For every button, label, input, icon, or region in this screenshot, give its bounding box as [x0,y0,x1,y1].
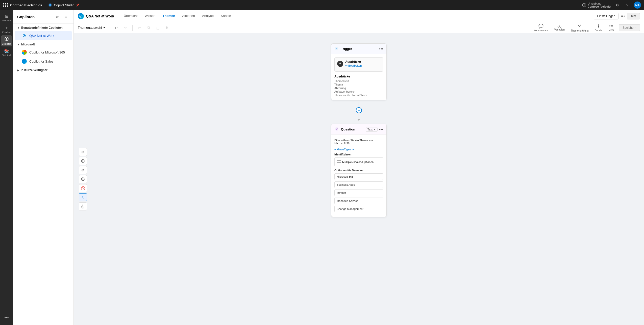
paste-button[interactable]: ⬚ [154,24,161,31]
svg-rect-4 [5,5,6,6]
zoom-out-btn[interactable]: ⊖ [79,166,87,174]
option-item-0[interactable]: Microsoft 365 [334,173,383,180]
details-label: Details [595,29,603,32]
arrow-down-icon: ▼ [357,118,360,122]
ausdruck-item-1: Thema [334,83,383,86]
copy-button[interactable]: ⧉ [145,24,152,31]
option-item-4[interactable]: Change Management [334,206,383,212]
sidebar-title: Copiloten [17,15,35,19]
variablen-btn[interactable]: {x} Variablen [553,24,566,32]
kommentare-label: Kommentare [534,29,548,32]
add-node-button[interactable]: + [356,107,362,113]
themenpruefung-btn[interactable]: Themenprüfung [569,23,590,33]
library-icon: 📚 [4,49,9,53]
svg-rect-0 [3,3,4,4]
svg-point-25 [335,127,338,131]
trigger-menu-icon[interactable]: ••• [379,47,383,51]
env-name: Contoso (default) [588,5,611,8]
more-icon: ••• [5,315,9,320]
user-avatar[interactable]: MA [634,2,641,9]
undo-button[interactable]: ↩ [113,24,120,31]
environment-info: Umgebung Contoso (default) [582,2,611,8]
hinzufuegen-btn[interactable]: + Hinzufügen ▼ [334,148,383,151]
rail-item-more[interactable]: ••• [1,312,12,323]
sidebar-section-benutzerdefinierte[interactable]: ▼ Benutzerdefinierte Copiloten [13,23,73,31]
section-label: Themenauswahl ▼ [78,26,105,30]
tab-themen[interactable]: Themen [159,10,179,22]
themenpruefung-label: Themenprüfung [571,29,589,32]
svg-rect-3 [3,5,4,6]
cut-button[interactable]: ✂ [136,24,143,31]
mc-label: Multiple-Choice-Optionen [342,160,374,164]
fit-btn[interactable] [79,175,87,183]
trigger-card-header: Trigger ••• [331,44,386,54]
zoom-in-btn[interactable]: ⊕ [79,148,87,156]
main-layout: ⊞ Startseite ＋ Erstellen Copiloten 📚 Bib… [0,10,644,325]
bearbeiten-label: Bearbeiten [348,64,362,67]
rail-item-copiloten[interactable]: Copiloten [1,35,12,46]
sidebar-header-actions: ⊕ ≡ [54,13,69,20]
bot-name: Q&A Net at Work [86,14,114,18]
copiloten-icon [4,37,9,42]
subnav-tabs: Übersicht Wissen Themen Aktionen Analyse… [120,10,594,22]
delete-button[interactable]: 🗑 [163,24,170,31]
option-item-1[interactable]: Business Apps [334,181,383,188]
tab-wissen[interactable]: Wissen [141,10,159,22]
einstellungen-button[interactable]: Einstellungen [594,13,618,19]
sidebar-item-sales[interactable]: Copilot for Sales [15,57,72,66]
sidebar-action-btn2[interactable]: ≡ [62,13,69,20]
comment-icon: 💬 [538,24,543,29]
toolbar-divider-1 [109,25,109,31]
m365-icon [22,50,27,55]
rail-label-bibliothek: Bibliothek [2,54,11,57]
speichern-button[interactable]: Speichern [619,24,640,31]
sidebar-item-label-sales: Copilot for Sales [29,60,53,63]
svg-point-19 [82,160,83,161]
identifizieren-box[interactable]: Multiple-Choice-Optionen › [334,157,383,166]
option-item-2[interactable]: Intranet [334,189,383,196]
waffle-icon[interactable] [3,3,8,8]
rail-item-erstellen[interactable]: ＋ Erstellen [1,24,12,35]
qna-icon [22,33,27,38]
rail-label-copiloten: Copiloten [2,43,11,45]
top-navigation: Contoso Electronics Copilot Studio 📌 Umg… [0,0,644,10]
tab-aktionen[interactable]: Aktionen [179,10,199,22]
chevron-down-icon-ms: ▼ [17,43,20,46]
question-title-label: Question [341,127,355,131]
block-btn[interactable]: 🚫 [79,184,87,192]
tab-analyse[interactable]: Analyse [199,10,217,22]
toolbar: Themenauswahl ▼ ↩ ↪ ✂ ⧉ ⬚ 🗑 💬 Kommentare… [74,22,644,33]
content-area: Q&A Net at Work Übersicht Wissen Themen … [74,10,644,325]
sidebar-item-label-qna: Q&A Net at Work [29,34,54,38]
option-item-3[interactable]: Managed Service [334,198,383,204]
settings-icon-btn[interactable]: ⚙ [614,2,621,9]
tab-uebersicht[interactable]: Übersicht [120,10,141,22]
env-text: Umgebung Contoso (default) [588,2,611,8]
rail-item-startseite[interactable]: ⊞ Startseite [1,12,12,23]
tab-kanaele[interactable]: Kanäle [217,10,234,22]
question-menu-icon[interactable]: ••• [379,127,383,132]
dropdown-chevron-icon[interactable]: ▼ [103,26,105,29]
hand-btn[interactable] [79,202,87,210]
pin-icon[interactable]: 📌 [76,4,79,7]
product-name: Copilot Studio 📌 [48,3,79,7]
bearbeiten-link[interactable]: ✏ Bearbeiten [345,64,362,67]
rail-item-bibliothek[interactable]: 📚 Bibliothek [1,47,12,58]
mehr-btn[interactable]: ••• Mehr [607,23,616,32]
select-btn[interactable]: ↖ [79,193,87,201]
sidebar-item-qna[interactable]: Q&A Net at Work [15,31,72,40]
sidebar-section-microsoft[interactable]: ▼ Microsoft [13,40,73,48]
text-badge[interactable]: Text ▼ [366,127,378,132]
details-btn[interactable]: ℹ Details [593,23,604,32]
sidebar-action-btn1[interactable]: ⊕ [54,13,61,20]
sidebar-item-m365[interactable]: Copilot for Microsoft 365 [15,48,72,57]
redo-button[interactable]: ↪ [122,24,129,31]
kommentare-btn[interactable]: 💬 Kommentare [532,23,550,32]
sub-navigation: Q&A Net at Work Übersicht Wissen Themen … [74,10,644,22]
question-card-header: Question Text ▼ ••• [331,124,386,135]
more-options-button[interactable]: ••• [621,14,625,18]
test-button[interactable]: Test [627,13,640,19]
help-icon-btn[interactable]: ? [624,2,631,9]
sidebar-section-in-kuerze[interactable]: ▶ In Kürze verfügbar [13,66,73,73]
center-view-btn[interactable] [79,157,87,165]
